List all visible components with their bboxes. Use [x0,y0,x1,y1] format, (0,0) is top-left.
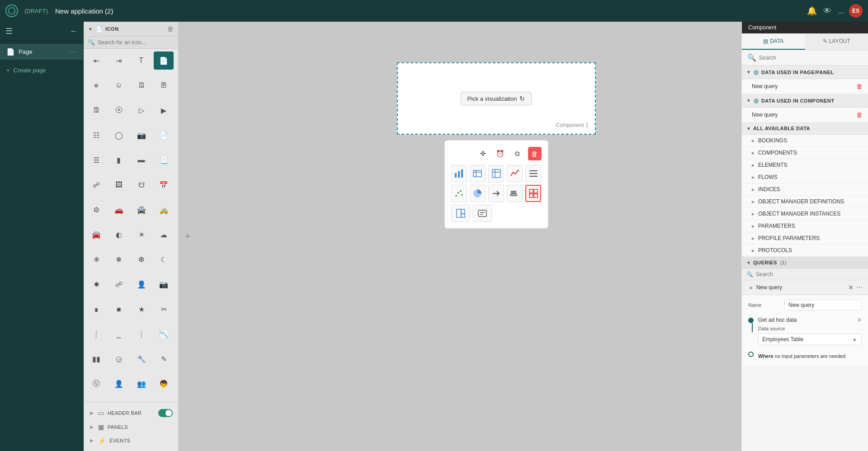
icon-cell[interactable]: 👤 [132,276,151,294]
header-bar-toggle[interactable] [158,409,173,417]
notification-icon[interactable]: 🔔 [807,6,817,16]
icon-cell[interactable]: 🔧 [132,350,151,368]
avail-item-components[interactable]: ► COMPONENTS [742,147,868,159]
icon-cell[interactable]: ⎯ [109,325,129,343]
more-options-icon[interactable]: ... [838,6,844,16]
query-name-value[interactable]: New query [784,300,862,310]
icon-cell[interactable]: ☾ [154,251,174,269]
icon-cell[interactable]: 👤 [109,375,129,393]
icon-cell[interactable]: ⎉ [109,76,129,94]
grid-button-selected[interactable] [525,185,541,202]
icon-search-input[interactable] [98,39,174,46]
pie-button[interactable] [470,185,486,202]
icon-cell[interactable]: ▮▮ [86,350,106,368]
copy-icon[interactable]: ⧉ [511,147,524,160]
icon-cell[interactable]: 📉 [154,325,174,343]
icon-cell[interactable]: 🖸 [109,101,129,119]
icon-cell[interactable]: 📃 [154,151,174,169]
nav-item-dots[interactable]: ⋯ [70,47,77,56]
pivot-button[interactable] [488,165,504,182]
icon-cell[interactable]: 🖻 [132,76,151,94]
line-chart-button[interactable] [507,165,523,182]
icon-cell-selected[interactable]: 📄 [154,52,174,70]
avail-item-flows[interactable]: ► FLOWS [742,171,868,183]
avail-item-bookings[interactable]: ► BOOKINGS [742,135,868,147]
bar-chart-button[interactable] [451,165,467,182]
icon-cell[interactable]: ☷ [86,126,106,144]
events-section[interactable]: ► ⚡ EVENTS [84,434,178,447]
sidebar-item-page[interactable]: 📄 Page ⋯ [0,44,83,60]
icon-cell[interactable]: ∎ [86,301,106,319]
delete-button[interactable]: 🗑 [528,147,542,160]
right-search-input[interactable] [759,55,863,61]
icon-cell[interactable]: ☍ [109,276,129,294]
icon-cell[interactable]: 📄 [154,126,174,144]
avail-item-elements[interactable]: ► ELEMENTS [742,159,868,171]
icon-cell[interactable]: ☋ [132,176,151,194]
tab-layout[interactable]: ✎ LAYOUT [805,33,868,50]
move-icon[interactable]: ✜ [476,147,490,160]
delete-component-query-button[interactable]: 🗑 [856,111,863,118]
icon-cell[interactable]: 🚗 [109,201,129,219]
avail-item-protocols[interactable]: ► PROTOCOLS [742,244,868,257]
icon-cell[interactable]: ⇤ [86,52,106,70]
avail-item-obj-def[interactable]: ► OBJECT MANAGER DEFINITIONS [742,196,868,208]
icon-cell[interactable]: ⎰ [86,325,106,343]
icon-cell[interactable]: T [132,52,151,70]
avail-item-profile-params[interactable]: ► PROFILE PARAMETERS [742,232,868,244]
icon-cell[interactable]: ◐ [109,226,129,244]
icon-cell[interactable]: ☍ [86,176,106,194]
all-available-data-header[interactable]: ▼ ALL AVAILABLE DATA [742,122,868,135]
avail-item-obj-inst[interactable]: ► OBJECT MANAGER INSTANCES [742,208,868,220]
hamburger-icon[interactable]: ☰ [5,26,13,36]
header-bar-section[interactable]: ► ▭ HEADER BAR [84,406,178,420]
icon-cell[interactable]: ☰ [86,151,106,169]
icon-cell[interactable]: 👦 [154,375,174,393]
icon-cell[interactable]: ■ [109,301,129,319]
icon-cell[interactable]: ✸ [86,276,106,294]
card-button[interactable] [473,205,492,222]
icon-cell[interactable]: ▶ [154,101,174,119]
icon-cell[interactable]: ◯ [109,126,129,144]
icon-cell[interactable]: ✂ [154,301,174,319]
icon-cell[interactable]: ✎ [154,350,174,368]
preview-icon[interactable]: 👁 [823,6,831,16]
icon-cell[interactable]: 📷 [132,126,151,144]
icon-cell[interactable]: 🚕 [154,201,174,219]
icon-cell[interactable]: ▮ [109,151,129,169]
icon-cell[interactable]: 🖺 [86,101,106,119]
delete-page-query-button[interactable]: 🗑 [856,83,863,90]
icon-cell[interactable]: ❅ [109,251,129,269]
icon-cell[interactable]: ❆ [132,251,151,269]
icon-cell[interactable]: ⚙ [86,201,106,219]
icon-panel-trash[interactable]: 🗑 [167,25,174,33]
data-used-page-header[interactable]: ▼ ◍ DATA USED IN PAGE/PANEL [742,66,868,79]
table-small-button[interactable] [470,165,486,182]
icon-cell[interactable]: ☀ [132,226,151,244]
step-close-icon[interactable]: ✕ [857,317,862,323]
list-button[interactable] [525,165,541,182]
more-query-icon[interactable]: ⋯ [856,284,863,291]
panels-section[interactable]: ► ▦ PANELS [84,420,178,434]
icon-cell[interactable]: 📅 [154,176,174,194]
icon-cell[interactable]: ⇥ [109,52,129,70]
scatter-button[interactable] [451,185,467,202]
icon-cell[interactable]: ▷ [132,101,151,119]
close-query-icon[interactable]: ✕ [848,284,854,291]
create-page-button[interactable]: + Create page [0,62,83,78]
icon-cell[interactable]: 🖹 [154,76,174,94]
datasource-select[interactable]: Employees Table ► [758,334,862,345]
icon-cell[interactable]: ❄ [86,251,106,269]
arrow-button[interactable] [488,185,504,202]
data-used-component-header[interactable]: ▼ ◍ DATA USED IN COMPONENT [742,94,868,108]
query-expanded-header[interactable]: ► New query ✕ ⋯ [742,280,868,295]
canvas-add-icon[interactable]: + [185,230,191,242]
icon-cell[interactable]: ⎈ [86,76,106,94]
clock-icon[interactable]: ⏰ [494,147,507,160]
icon-cell[interactable]: 🚘 [86,226,106,244]
avail-item-indices[interactable]: ► INDICES [742,183,868,196]
app-logo[interactable] [5,5,18,17]
avail-item-parameters[interactable]: ► PARAMETERS [742,220,868,232]
tab-data[interactable]: ▤ DATA [742,33,805,50]
icon-cell[interactable]: ★ [132,301,151,319]
